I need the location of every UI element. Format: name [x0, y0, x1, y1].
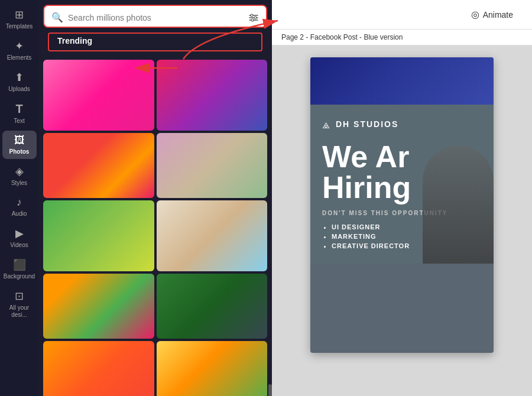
animate-button[interactable]: ◎ Animate [464, 5, 520, 24]
elements-icon: ✦ [15, 40, 24, 53]
templates-icon: ⊞ [15, 8, 24, 21]
sidebar-item-text[interactable]: T Text [2, 99, 37, 128]
photo-item[interactable] [43, 341, 154, 396]
animate-icon: ◎ [471, 9, 479, 20]
photos-icon: 🖼 [14, 134, 25, 147]
sidebar-label-background: Background [4, 273, 35, 280]
search-bar: 🔍 [43, 5, 267, 28]
sidebar-label-uploads: Uploads [8, 86, 30, 93]
canvas-body: ⟁ DH STUDIOS We Ar Hiring DON'T MISS THI… [310, 105, 494, 264]
dh-logo-text: DH STUDIOS [336, 119, 398, 129]
sidebar-label-text: Text [14, 118, 24, 125]
svg-point-4 [254, 17, 257, 19]
svg-point-5 [251, 19, 254, 21]
sidebar-item-uploads[interactable]: ⬆ Uploads [2, 67, 37, 96]
sidebar-item-videos[interactable]: ▶ Videos [2, 223, 37, 252]
videos-icon: ▶ [15, 227, 24, 240]
sidebar-label-elements: Elements [7, 54, 32, 61]
photo-item[interactable] [157, 341, 268, 396]
trending-label: Trending [48, 33, 262, 51]
photo-item[interactable] [157, 60, 268, 131]
photo-item[interactable] [43, 133, 154, 198]
canvas-top-blue [310, 57, 494, 105]
search-input[interactable] [68, 13, 244, 22]
photo-item[interactable] [157, 274, 268, 339]
sidebar-item-background[interactable]: ⬛ Background [2, 255, 37, 284]
text-icon: T [15, 102, 22, 116]
sidebar: ⊞ Templates ✦ Elements ⬆ Uploads T Text … [0, 0, 38, 396]
sidebar-item-templates[interactable]: ⊞ Templates [2, 5, 37, 34]
search-icon: 🔍 [51, 12, 63, 23]
sidebar-label-photos: Photos [9, 148, 30, 155]
sidebar-item-styles[interactable]: ◈ Styles [2, 161, 37, 190]
canvas-label: Page 2 - Facebook Post - Blue version [272, 30, 532, 46]
photo-item[interactable] [43, 200, 154, 271]
sidebar-label-alldesigns: All your desi... [5, 304, 34, 319]
alldesigns-icon: ⊡ [15, 290, 24, 303]
sidebar-label-audio: Audio [12, 210, 27, 218]
svg-point-3 [251, 14, 253, 17]
canvas-card: ⟁ DH STUDIOS We Ar Hiring DON'T MISS THI… [310, 57, 494, 353]
sidebar-label-styles: Styles [11, 180, 27, 187]
filter-button[interactable] [248, 12, 259, 23]
sidebar-item-photos[interactable]: 🖼 Photos [2, 131, 37, 159]
photos-panel: 🔍 Trending [38, 0, 272, 396]
background-icon: ⬛ [13, 258, 26, 271]
dh-logo: ⟁ DH STUDIOS [322, 116, 482, 132]
photo-item[interactable] [43, 274, 154, 339]
styles-icon: ◈ [15, 165, 24, 178]
animate-label: Animate [483, 10, 513, 20]
main-area: ◎ Animate Page 2 - Facebook Post - Blue … [272, 0, 532, 396]
photo-item[interactable] [43, 60, 154, 131]
audio-icon: ♪ [17, 196, 22, 209]
figure-silhouette [423, 145, 494, 264]
uploads-icon: ⬆ [15, 71, 24, 84]
photo-item[interactable] [157, 200, 268, 271]
photo-item[interactable] [157, 133, 268, 198]
sidebar-label-videos: Videos [10, 242, 28, 249]
sidebar-label-templates: Templates [6, 23, 33, 30]
sidebar-item-alldesigns[interactable]: ⊡ All your desi... [2, 286, 37, 322]
canvas-preview: ⟁ DH STUDIOS We Ar Hiring DON'T MISS THI… [272, 46, 532, 396]
photo-grid [38, 60, 272, 396]
sidebar-item-audio[interactable]: ♪ Audio [2, 193, 37, 221]
dh-logo-icon: ⟁ [322, 116, 330, 132]
sidebar-item-elements[interactable]: ✦ Elements [2, 36, 37, 65]
top-bar: ◎ Animate [272, 0, 532, 30]
